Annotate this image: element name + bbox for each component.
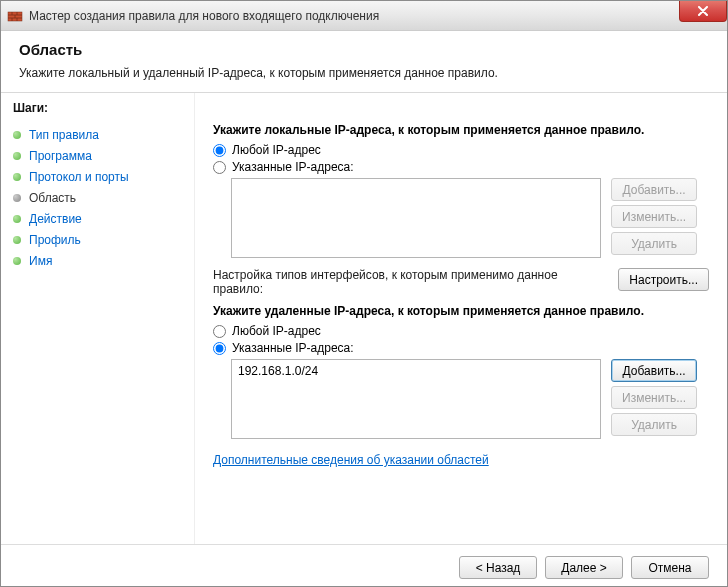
sidebar-step-label[interactable]: Тип правила <box>29 128 99 142</box>
next-button[interactable]: Далее > <box>545 556 623 579</box>
local-radio-any-input[interactable] <box>213 144 226 157</box>
page-subtitle: Укажите локальный и удаленный IP-адреса,… <box>19 66 709 80</box>
remote-heading: Укажите удаленные IP-адреса, к которым п… <box>213 304 709 318</box>
remote-radio-specified[interactable]: Указанные IP-адреса: <box>213 341 709 355</box>
remote-edit-button[interactable]: Изменить... <box>611 386 697 409</box>
sidebar-step: Область <box>13 188 182 209</box>
titlebar: Мастер создания правила для нового входя… <box>1 1 727 31</box>
ip-list-item[interactable]: 192.168.1.0/24 <box>238 364 594 378</box>
sidebar-step-label[interactable]: Имя <box>29 254 52 268</box>
sidebar-step[interactable]: Программа <box>13 146 182 167</box>
local-ip-list[interactable] <box>231 178 601 258</box>
remote-delete-button[interactable]: Удалить <box>611 413 697 436</box>
local-radio-specified-label: Указанные IP-адреса: <box>232 160 354 174</box>
step-bullet-icon <box>13 236 21 244</box>
local-radio-specified[interactable]: Указанные IP-адреса: <box>213 160 709 174</box>
local-radio-specified-input[interactable] <box>213 161 226 174</box>
steps-label: Шаги: <box>13 101 182 115</box>
step-bullet-icon <box>13 194 21 202</box>
step-bullet-icon <box>13 131 21 139</box>
step-bullet-icon <box>13 152 21 160</box>
cancel-button[interactable]: Отмена <box>631 556 709 579</box>
step-bullet-icon <box>13 215 21 223</box>
local-add-button[interactable]: Добавить... <box>611 178 697 201</box>
local-delete-button[interactable]: Удалить <box>611 232 697 255</box>
wizard-footer: < Назад Далее > Отмена <box>1 544 727 587</box>
window-title: Мастер создания правила для нового входя… <box>29 9 379 23</box>
remote-radio-any[interactable]: Любой IP-адрес <box>213 324 709 338</box>
more-info-link[interactable]: Дополнительные сведения об указании обла… <box>213 453 489 467</box>
step-bullet-icon <box>13 257 21 265</box>
step-bullet-icon <box>13 173 21 181</box>
sidebar-step[interactable]: Имя <box>13 251 182 272</box>
steps-sidebar: Шаги: Тип правилаПрограммаПротокол и пор… <box>1 93 195 544</box>
remote-radio-specified-label: Указанные IP-адреса: <box>232 341 354 355</box>
page-title: Область <box>19 41 709 58</box>
local-heading: Укажите локальные IP-адреса, к которым п… <box>213 123 709 137</box>
remote-radio-any-label: Любой IP-адрес <box>232 324 321 338</box>
interface-types-text: Настройка типов интерфейсов, к которым п… <box>213 268 618 296</box>
local-radio-any[interactable]: Любой IP-адрес <box>213 143 709 157</box>
sidebar-step[interactable]: Тип правила <box>13 125 182 146</box>
back-button[interactable]: < Назад <box>459 556 537 579</box>
sidebar-step[interactable]: Профиль <box>13 230 182 251</box>
main-panel: Укажите локальные IP-адреса, к которым п… <box>195 93 727 544</box>
remote-radio-specified-input[interactable] <box>213 342 226 355</box>
remote-ip-list[interactable]: 192.168.1.0/24 <box>231 359 601 439</box>
sidebar-step-label[interactable]: Протокол и порты <box>29 170 129 184</box>
page-header: Область Укажите локальный и удаленный IP… <box>1 31 727 93</box>
sidebar-step-label[interactable]: Профиль <box>29 233 81 247</box>
remote-radio-any-input[interactable] <box>213 325 226 338</box>
local-edit-button[interactable]: Изменить... <box>611 205 697 228</box>
sidebar-step-label[interactable]: Действие <box>29 212 82 226</box>
close-button[interactable] <box>679 0 727 22</box>
close-icon <box>697 6 709 16</box>
sidebar-step[interactable]: Действие <box>13 209 182 230</box>
configure-interfaces-button[interactable]: Настроить... <box>618 268 709 291</box>
sidebar-step[interactable]: Протокол и порты <box>13 167 182 188</box>
local-radio-any-label: Любой IP-адрес <box>232 143 321 157</box>
remote-add-button[interactable]: Добавить... <box>611 359 697 382</box>
sidebar-step-label[interactable]: Программа <box>29 149 92 163</box>
firewall-icon <box>7 8 23 24</box>
sidebar-step-label: Область <box>29 191 76 205</box>
